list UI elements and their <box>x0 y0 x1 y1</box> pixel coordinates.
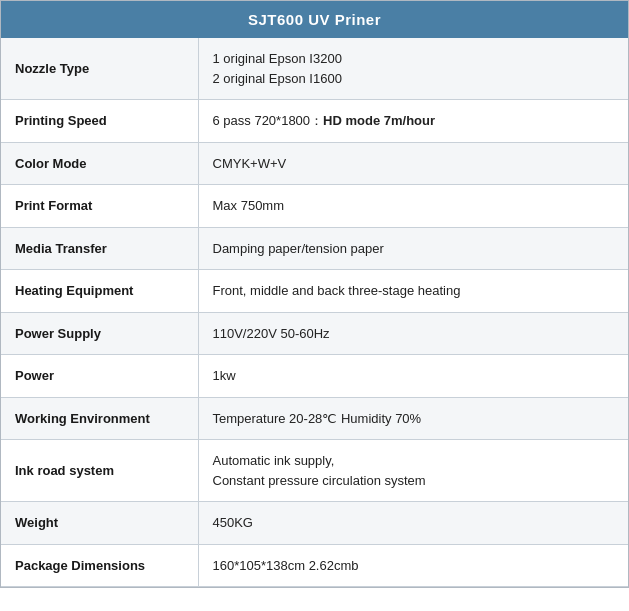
table-row: Nozzle Type1 original Epson I32002 origi… <box>1 38 628 100</box>
row-label: Nozzle Type <box>1 38 198 100</box>
row-value: 160*105*138cm 2.62cmb <box>198 544 628 587</box>
header-title: SJT600 UV Priner <box>248 11 381 28</box>
table-row: Power1kw <box>1 355 628 398</box>
table-row: Print FormatMax 750mm <box>1 185 628 228</box>
table-row: Media TransferDamping paper/tension pape… <box>1 227 628 270</box>
row-value: Temperature 20-28℃ Humidity 70% <box>198 397 628 440</box>
row-value: Damping paper/tension paper <box>198 227 628 270</box>
table-row: Working EnvironmentTemperature 20-28℃ Hu… <box>1 397 628 440</box>
row-value: Max 750mm <box>198 185 628 228</box>
row-value: 450KG <box>198 502 628 545</box>
row-value: 1kw <box>198 355 628 398</box>
table-row: Printing Speed6 pass 720*1800：HD mode 7m… <box>1 100 628 143</box>
table-header: SJT600 UV Priner <box>1 1 628 38</box>
row-value: 6 pass 720*1800：HD mode 7m/hour <box>198 100 628 143</box>
row-label: Power Supply <box>1 312 198 355</box>
row-label: Printing Speed <box>1 100 198 143</box>
row-value: 110V/220V 50-60Hz <box>198 312 628 355</box>
specs-body: Nozzle Type1 original Epson I32002 origi… <box>1 38 628 587</box>
row-value: Automatic ink supply,Constant pressure c… <box>198 440 628 502</box>
row-value: Front, middle and back three-stage heati… <box>198 270 628 313</box>
row-label: Weight <box>1 502 198 545</box>
row-label: Package Dimensions <box>1 544 198 587</box>
row-label: Power <box>1 355 198 398</box>
row-label: Ink road system <box>1 440 198 502</box>
table-row: Ink road systemAutomatic ink supply,Cons… <box>1 440 628 502</box>
row-label: Working Environment <box>1 397 198 440</box>
table-row: Weight450KG <box>1 502 628 545</box>
table-row: Package Dimensions160*105*138cm 2.62cmb <box>1 544 628 587</box>
row-label: Print Format <box>1 185 198 228</box>
table-row: Color ModeCMYK+W+V <box>1 142 628 185</box>
spec-table: SJT600 UV Priner Nozzle Type1 original E… <box>0 0 629 588</box>
row-label: Media Transfer <box>1 227 198 270</box>
row-label: Heating Equipment <box>1 270 198 313</box>
row-label: Color Mode <box>1 142 198 185</box>
row-value: 1 original Epson I32002 original Epson I… <box>198 38 628 100</box>
row-value: CMYK+W+V <box>198 142 628 185</box>
table-row: Power Supply110V/220V 50-60Hz <box>1 312 628 355</box>
table-row: Heating EquipmentFront, middle and back … <box>1 270 628 313</box>
